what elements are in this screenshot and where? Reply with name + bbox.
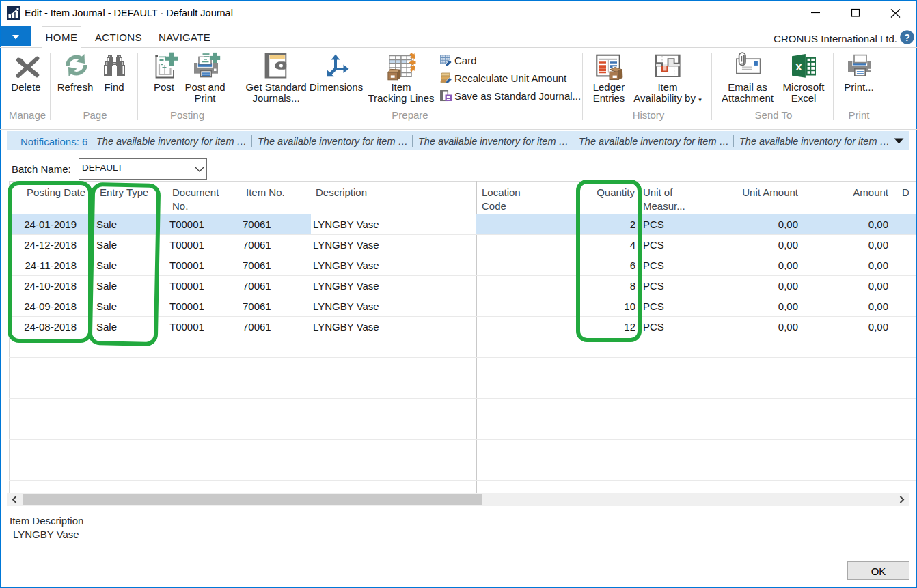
svg-text:x: x (795, 60, 802, 73)
svg-text:?: ? (904, 32, 910, 43)
